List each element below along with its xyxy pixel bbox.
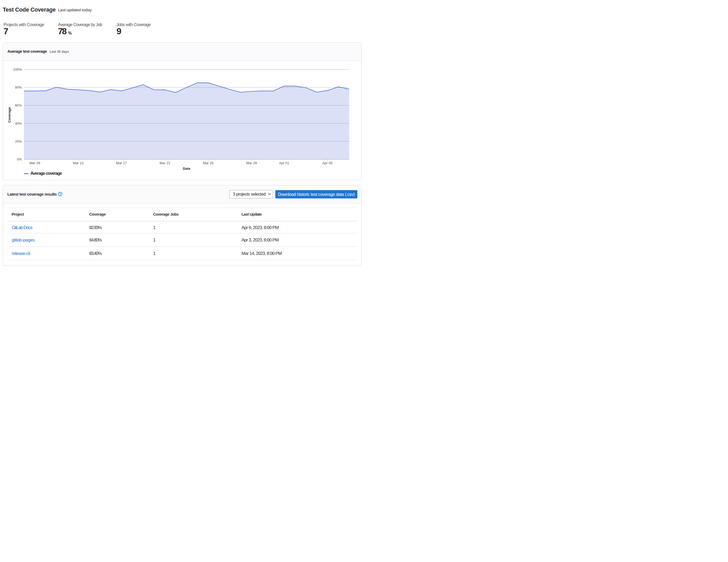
- svg-text:GitLab Docs: GitLab Docs: [12, 225, 33, 230]
- svg-text:gitlab-pages: gitlab-pages: [12, 237, 35, 242]
- svg-text:Last updated today: Last updated today: [58, 8, 92, 12]
- svg-text:Projects with Coverage: Projects with Coverage: [3, 22, 44, 27]
- svg-text:Date: Date: [183, 166, 190, 170]
- svg-text:Project: Project: [12, 212, 24, 216]
- svg-text:%: %: [68, 31, 72, 35]
- svg-text:Coverage Jobs: Coverage Jobs: [153, 212, 179, 216]
- svg-text:60%: 60%: [15, 103, 22, 107]
- svg-text:Coverage: Coverage: [89, 212, 106, 216]
- svg-text:Mar 25: Mar 25: [203, 161, 213, 165]
- svg-text:20%: 20%: [15, 139, 22, 143]
- svg-text:1: 1: [153, 251, 155, 256]
- svg-text:Mar 17: Mar 17: [116, 161, 127, 165]
- svg-text:Latest test coverage results: Latest test coverage results: [7, 192, 57, 196]
- svg-text:0%: 0%: [17, 157, 22, 161]
- svg-text:3 projects selected: 3 projects selected: [233, 192, 266, 196]
- svg-text:Last Update: Last Update: [242, 212, 262, 216]
- svg-text:Average coverage: Average coverage: [31, 171, 62, 175]
- svg-text:Jobs with Coverage: Jobs with Coverage: [116, 22, 151, 27]
- svg-text:Mar 13: Mar 13: [73, 161, 83, 165]
- svg-text:Download historic test coverag: Download historic test coverage data (.c…: [278, 192, 355, 197]
- svg-text:Coverage: Coverage: [7, 107, 11, 123]
- svg-text:40%: 40%: [15, 121, 22, 125]
- svg-text:Apr 01: Apr 01: [279, 161, 289, 165]
- svg-text:83.40%: 83.40%: [89, 251, 102, 256]
- svg-text:Mar 21: Mar 21: [160, 161, 170, 165]
- svg-text:Mar 29: Mar 29: [246, 161, 257, 165]
- svg-text:Apr 6, 2023, 8:00 PM: Apr 6, 2023, 8:00 PM: [242, 225, 279, 230]
- svg-text:7: 7: [3, 26, 8, 36]
- svg-text:release-cli: release-cli: [12, 251, 30, 256]
- svg-text:92.93%: 92.93%: [89, 225, 102, 230]
- svg-text:Last 30 days: Last 30 days: [50, 50, 69, 53]
- svg-text:9: 9: [117, 26, 121, 36]
- svg-text:Mar 09: Mar 09: [29, 161, 40, 165]
- svg-text:78: 78: [58, 26, 67, 36]
- svg-text:1: 1: [153, 237, 155, 242]
- svg-text:Mar 14, 2023, 8:00 PM: Mar 14, 2023, 8:00 PM: [242, 251, 282, 256]
- svg-text:Test Code Coverage: Test Code Coverage: [3, 7, 56, 13]
- svg-text:Apr 3, 2023, 8:00 PM: Apr 3, 2023, 8:00 PM: [242, 237, 279, 242]
- svg-text:1: 1: [153, 225, 155, 230]
- svg-text:?: ?: [59, 193, 61, 196]
- svg-text:Average test coverage: Average test coverage: [7, 49, 47, 53]
- svg-text:80%: 80%: [15, 85, 22, 89]
- svg-text:64.80%: 64.80%: [89, 237, 102, 242]
- svg-text:100%: 100%: [13, 67, 22, 71]
- svg-text:Apr 05: Apr 05: [322, 161, 332, 165]
